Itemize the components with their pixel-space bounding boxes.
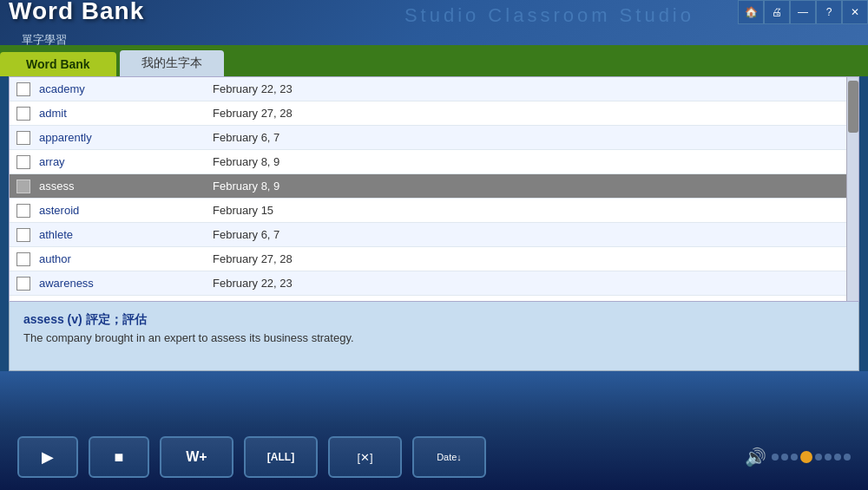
word-text: academy	[39, 82, 213, 95]
volume-icon: 🔊	[745, 447, 766, 467]
row-checkbox[interactable]	[16, 252, 30, 266]
table-row[interactable]: array February 8, 9	[10, 150, 846, 174]
volume-control[interactable]: 🔊	[745, 447, 851, 467]
header-controls: 🏠 🖨 — ? ✕	[738, 0, 868, 24]
volume-segment-1	[772, 454, 779, 461]
tab-bar: Word Bank 我的生字本	[0, 45, 868, 76]
word-date: February 22, 23	[213, 277, 839, 290]
tab-my-words[interactable]: 我的生字本	[120, 50, 224, 76]
definition-chinese: 評定；評估	[86, 312, 147, 326]
header-bg-text: Studio Classroom Studio	[404, 4, 694, 27]
bottom-spacer	[0, 371, 868, 424]
volume-segment-active	[800, 451, 812, 463]
word-text: array	[39, 155, 213, 168]
word-text: author	[39, 252, 213, 265]
table-row[interactable]: asteroid February 15	[10, 199, 846, 223]
word-date: February 27, 28	[213, 252, 839, 265]
table-row[interactable]: apparently February 6, 7	[10, 126, 846, 150]
word-text: awareness	[39, 277, 213, 290]
word-date: February 8, 9	[213, 155, 839, 168]
word-date: February 15	[213, 204, 839, 217]
word-list-container: academy February 22, 23 admit February 2…	[9, 76, 859, 302]
row-checkbox[interactable]	[16, 155, 30, 169]
tab-word-bank[interactable]: Word Bank	[0, 52, 116, 76]
row-checkbox[interactable]	[16, 107, 30, 121]
word-date: February 27, 28	[213, 107, 839, 120]
table-row[interactable]: awareness February 22, 23	[10, 271, 846, 296]
table-row[interactable]: author February 27, 28	[10, 247, 846, 271]
volume-segment-5	[815, 454, 822, 461]
word-date: February 22, 23	[213, 82, 839, 95]
all-button[interactable]: [ALL]	[244, 436, 318, 478]
row-checkbox[interactable]	[16, 301, 30, 303]
app-wrapper: Word Bank 單字學習 Studio Classroom Studio 🏠…	[0, 0, 868, 490]
definition-word: assess (v) 評定；評估	[23, 312, 845, 328]
minimize-button[interactable]: —	[790, 0, 816, 24]
table-row-selected[interactable]: assess February 8, 9	[10, 174, 846, 199]
home-button[interactable]: 🏠	[738, 0, 764, 24]
header: Word Bank 單字學習 Studio Classroom Studio 🏠…	[0, 0, 868, 45]
row-checkbox[interactable]	[16, 131, 30, 145]
app-title: Word Bank	[9, 0, 144, 25]
word-text: apparently	[39, 131, 213, 144]
stop-button[interactable]: ■	[89, 436, 149, 478]
close-button[interactable]: ✕	[842, 0, 868, 24]
footer: ▶ ■ W+ [ALL] [✕] Date↓ 🔊	[0, 424, 868, 490]
word-text: asteroid	[39, 204, 213, 217]
row-checkbox[interactable]	[16, 204, 30, 218]
word-text: admit	[39, 107, 213, 120]
table-row[interactable]: backache February 24, 25	[10, 296, 846, 302]
word-text: athlete	[39, 228, 213, 241]
word-list: academy February 22, 23 admit February 2…	[10, 77, 846, 302]
row-checkbox[interactable]	[16, 180, 30, 193]
word-date: February 8, 9	[213, 180, 839, 193]
app-subtitle: 單字學習	[22, 32, 144, 48]
table-row[interactable]: academy February 22, 23	[10, 77, 846, 101]
add-word-button[interactable]: W+	[160, 436, 233, 478]
row-checkbox[interactable]	[16, 277, 30, 291]
definition-sentence: The company brought in an expert to asse…	[23, 331, 845, 344]
volume-segment-6	[825, 454, 832, 461]
scrollbar-thumb[interactable]	[848, 81, 858, 133]
table-row[interactable]: admit February 27, 28	[10, 101, 846, 126]
play-button[interactable]: ▶	[17, 436, 78, 478]
row-checkbox[interactable]	[16, 228, 30, 242]
word-text: backache	[39, 301, 213, 302]
volume-segment-3	[791, 454, 798, 461]
definition-area: assess (v) 評定；評估 The company brought in …	[9, 302, 859, 371]
volume-segment-2	[781, 454, 788, 461]
print-button[interactable]: 🖨	[764, 0, 790, 24]
shuffle-button[interactable]: [✕]	[328, 436, 402, 478]
scrollbar[interactable]	[846, 77, 858, 301]
word-date: February 6, 7	[213, 228, 839, 241]
sort-date-button[interactable]: Date↓	[412, 436, 486, 478]
row-checkbox[interactable]	[16, 82, 30, 96]
volume-segment-7	[834, 454, 841, 461]
volume-segment-8	[844, 454, 851, 461]
help-button[interactable]: ?	[816, 0, 842, 24]
word-date: February 24, 25	[213, 301, 839, 302]
volume-track	[772, 451, 851, 463]
definition-pos: (v)	[68, 312, 82, 326]
table-row[interactable]: athlete February 6, 7	[10, 223, 846, 247]
word-text: assess	[39, 180, 213, 193]
word-date: February 6, 7	[213, 131, 839, 144]
